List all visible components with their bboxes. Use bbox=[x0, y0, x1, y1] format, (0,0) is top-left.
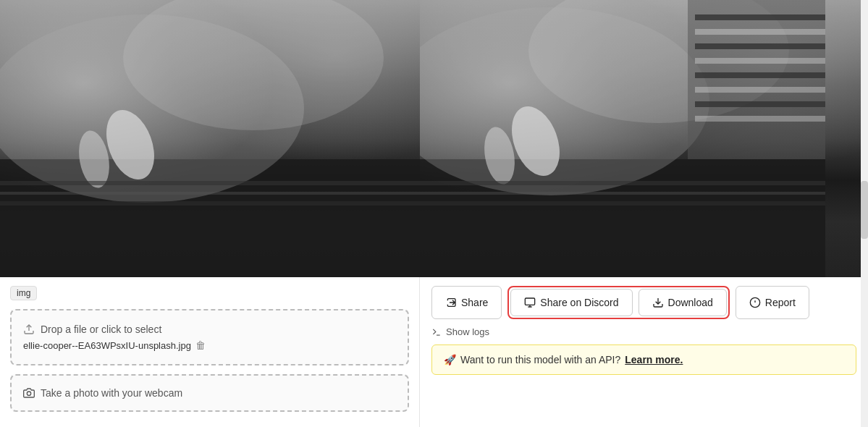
download-icon bbox=[652, 297, 664, 308]
webcam-label: Take a photo with your webcam bbox=[41, 387, 182, 399]
svg-rect-26 bbox=[695, 116, 825, 122]
highlighted-buttons-group: Share on Discord Download bbox=[507, 286, 729, 319]
svg-rect-17 bbox=[420, 201, 825, 206]
svg-rect-21 bbox=[695, 43, 825, 49]
scrollbar[interactable] bbox=[861, 0, 868, 427]
share-discord-button[interactable]: Share on Discord bbox=[510, 289, 632, 316]
svg-rect-16 bbox=[420, 192, 825, 195]
scrollbar-thumb[interactable] bbox=[861, 181, 868, 239]
show-logs-button[interactable]: Show logs bbox=[431, 326, 856, 337]
api-banner-text: Want to run this model with an API? bbox=[460, 354, 620, 365]
logs-icon bbox=[431, 327, 442, 337]
image-svg bbox=[0, 0, 420, 277]
svg-rect-19 bbox=[695, 14, 825, 20]
svg-rect-5 bbox=[0, 181, 420, 185]
report-button[interactable]: Report bbox=[736, 286, 809, 319]
svg-rect-15 bbox=[420, 181, 825, 185]
svg-rect-24 bbox=[695, 87, 825, 93]
svg-rect-7 bbox=[0, 201, 420, 206]
download-label: Download bbox=[668, 297, 713, 308]
camera-icon bbox=[23, 387, 35, 399]
delete-file-button[interactable]: 🗑 bbox=[195, 339, 206, 351]
img-badge: img bbox=[10, 286, 37, 300]
svg-rect-27 bbox=[526, 298, 535, 305]
file-name: ellie-cooper--EA63WPsxIU-unsplash.jpg bbox=[23, 340, 191, 351]
svg-rect-23 bbox=[695, 72, 825, 78]
share-icon bbox=[445, 297, 457, 308]
svg-rect-25 bbox=[695, 101, 825, 107]
share-discord-label: Share on Discord bbox=[540, 297, 618, 308]
right-panel: Share Share on Discord bbox=[420, 0, 868, 427]
api-learn-more-link[interactable]: Learn more. bbox=[625, 354, 683, 365]
svg-rect-6 bbox=[0, 192, 420, 195]
main-layout: img Drop a file or click to select ellie… bbox=[0, 0, 868, 427]
upload-icon bbox=[23, 324, 35, 335]
svg-rect-20 bbox=[695, 29, 825, 35]
show-logs-label: Show logs bbox=[446, 326, 489, 337]
discord-icon bbox=[524, 297, 536, 308]
report-label: Report bbox=[765, 297, 796, 308]
api-banner-emoji: 🚀 bbox=[444, 354, 456, 365]
svg-rect-22 bbox=[695, 58, 825, 64]
input-image bbox=[0, 0, 420, 277]
svg-rect-18 bbox=[688, 0, 825, 159]
left-panel: img Drop a file or click to select ellie… bbox=[0, 0, 420, 427]
webcam-zone[interactable]: Take a photo with your webcam bbox=[10, 374, 409, 412]
output-image-svg bbox=[420, 0, 825, 277]
drop-zone-label: Drop a file or click to select bbox=[41, 324, 161, 335]
file-drop-zone[interactable]: Drop a file or click to select ellie-coo… bbox=[10, 309, 409, 365]
controls-area: img Drop a file or click to select ellie… bbox=[0, 277, 419, 427]
share-label: Share bbox=[461, 297, 488, 308]
svg-point-9 bbox=[27, 392, 30, 395]
api-banner: 🚀 Want to run this model with an API? Le… bbox=[431, 344, 856, 375]
report-icon bbox=[749, 297, 761, 308]
drop-label: Drop a file or click to select bbox=[23, 324, 161, 335]
left-image bbox=[0, 0, 420, 277]
right-controls: Share Share on Discord bbox=[420, 277, 868, 384]
share-button[interactable]: Share bbox=[431, 286, 502, 319]
download-button[interactable]: Download bbox=[639, 289, 727, 316]
right-image bbox=[420, 0, 868, 277]
output-image bbox=[420, 0, 868, 277]
file-name-row: ellie-cooper--EA63WPsxIU-unsplash.jpg 🗑 bbox=[23, 339, 206, 351]
action-buttons: Share Share on Discord bbox=[431, 286, 856, 319]
